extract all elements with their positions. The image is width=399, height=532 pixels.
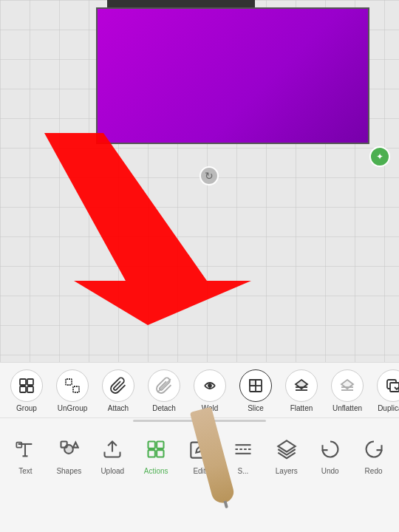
svg-rect-4 bbox=[27, 386, 33, 392]
actions-tool-icon bbox=[141, 434, 171, 464]
svg-rect-30 bbox=[149, 450, 155, 457]
svg-rect-5 bbox=[66, 379, 72, 385]
svg-rect-3 bbox=[20, 386, 26, 392]
svg-rect-2 bbox=[27, 379, 33, 385]
layers-tool-icon bbox=[272, 434, 301, 464]
canvas-area[interactable]: ↻ bbox=[0, 0, 399, 362]
shapes-tool-button[interactable]: Shapes bbox=[48, 434, 90, 475]
group-button[interactable]: Group bbox=[4, 366, 49, 415]
redo-tool-label: Redo bbox=[365, 467, 383, 475]
layers-tool-button[interactable]: Layers bbox=[265, 434, 307, 475]
ungroup-icon bbox=[56, 369, 89, 402]
svg-rect-12 bbox=[250, 380, 256, 386]
score-tool-label: S... bbox=[237, 467, 248, 475]
shapes-tool-icon bbox=[54, 434, 83, 464]
layers-tool-label: Layers bbox=[276, 467, 298, 475]
undo-tool-icon bbox=[316, 434, 345, 464]
score-tool-icon bbox=[228, 434, 258, 464]
ungroup-label: UnGroup bbox=[58, 404, 88, 412]
flatten-button[interactable]: Flatten bbox=[279, 366, 324, 415]
redo-tool-button[interactable]: Redo bbox=[352, 434, 395, 475]
flatten-label: Flatten bbox=[290, 404, 313, 412]
red-arrow bbox=[15, 133, 251, 325]
unflatten-label: Unflatten bbox=[332, 404, 362, 412]
attach-button[interactable]: Attach bbox=[96, 366, 140, 415]
attach-label: Attach bbox=[108, 404, 129, 412]
score-tool-button[interactable]: S... bbox=[222, 434, 264, 475]
detach-label: Detach bbox=[152, 404, 176, 412]
purple-rectangle[interactable] bbox=[96, 7, 369, 144]
svg-rect-29 bbox=[157, 441, 163, 448]
redo-tool-icon bbox=[359, 434, 389, 464]
attach-icon bbox=[102, 369, 134, 402]
svg-rect-28 bbox=[149, 441, 155, 448]
upload-tool-label: Upload bbox=[100, 467, 124, 475]
unflatten-button[interactable]: Unflatten bbox=[325, 366, 369, 415]
duplicate-icon bbox=[377, 369, 399, 402]
detach-button[interactable]: Detach bbox=[142, 366, 186, 415]
move-handle[interactable] bbox=[369, 146, 390, 167]
svg-point-8 bbox=[208, 384, 211, 387]
undo-tool-label: Undo bbox=[321, 467, 339, 475]
slice-button[interactable]: Slice bbox=[233, 366, 278, 415]
slice-label: Slice bbox=[248, 404, 264, 412]
svg-rect-23 bbox=[17, 442, 22, 447]
text-tool-icon bbox=[10, 434, 40, 464]
duplicate-label: Duplicate bbox=[378, 404, 399, 412]
group-label: Group bbox=[16, 404, 37, 412]
detach-icon bbox=[148, 369, 180, 402]
actions-tool-label: Actions bbox=[144, 467, 168, 475]
slice-icon bbox=[239, 369, 272, 402]
svg-rect-31 bbox=[157, 450, 163, 457]
actions-tool-button[interactable]: Actions bbox=[135, 434, 177, 475]
svg-rect-6 bbox=[73, 386, 79, 392]
group-icon bbox=[10, 369, 43, 402]
svg-marker-0 bbox=[44, 133, 251, 325]
unflatten-icon bbox=[331, 369, 364, 402]
svg-line-7 bbox=[157, 379, 171, 392]
upload-tool-button[interactable]: Upload bbox=[92, 434, 134, 475]
weld-icon bbox=[194, 369, 226, 402]
flatten-icon bbox=[285, 369, 318, 402]
text-tool-button[interactable]: Text bbox=[4, 434, 47, 475]
ungroup-button[interactable]: UnGroup bbox=[50, 366, 95, 415]
upload-tool-icon bbox=[98, 434, 127, 464]
svg-point-24 bbox=[64, 445, 73, 454]
duplicate-button[interactable]: Duplicate bbox=[371, 366, 399, 415]
undo-tool-button[interactable]: Undo bbox=[309, 434, 351, 475]
shapes-tool-label: Shapes bbox=[56, 467, 81, 475]
text-tool-label: Text bbox=[18, 467, 32, 475]
svg-rect-1 bbox=[20, 379, 26, 385]
svg-marker-26 bbox=[73, 442, 78, 447]
